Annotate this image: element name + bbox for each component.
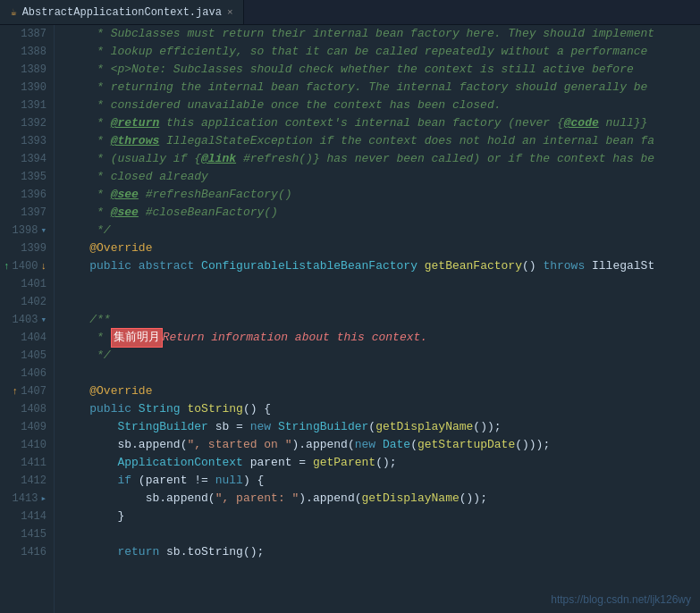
- code-line: * @return this application context's int…: [62, 114, 700, 132]
- code-token: @Override: [62, 239, 152, 257]
- code-token: ).append(: [292, 436, 355, 454]
- code-token: @code: [564, 114, 599, 132]
- code-area: * Subclasses must return their internal …: [55, 25, 700, 613]
- code-token: *: [62, 132, 111, 150]
- line-number-row: 1399: [4, 239, 46, 257]
- line-number-row: 1409: [4, 418, 46, 436]
- tab-bar: ☕ AbstractApplicationContext.java ×: [0, 0, 700, 25]
- code-token: public: [62, 400, 131, 418]
- code-line: * <p>Note: Subclasses should check wheth…: [62, 61, 700, 79]
- line-number-row: 1414: [4, 508, 46, 525]
- line-number-row: 1415: [4, 525, 46, 543]
- code-token: String: [139, 400, 181, 418]
- tab-close-button[interactable]: ×: [227, 7, 233, 18]
- code-token: (): [522, 257, 543, 275]
- active-tab[interactable]: ☕ AbstractApplicationContext.java ×: [0, 0, 244, 24]
- code-token: * returning the internal bean factory. T…: [62, 79, 647, 97]
- fold-icon[interactable]: ▾: [40, 311, 46, 329]
- line-number: 1415: [21, 525, 46, 543]
- code-line: @Override: [62, 382, 700, 400]
- line-number-row: 1389: [4, 61, 46, 79]
- code-token: throws: [543, 257, 585, 275]
- code-token: this application context's internal bean…: [159, 114, 563, 132]
- java-file-icon: ☕: [11, 6, 17, 18]
- line-number-row: 1396: [4, 186, 46, 204]
- code-token: @see: [111, 204, 139, 222]
- line-number: 1411: [21, 454, 46, 472]
- code-token: toString: [187, 400, 242, 418]
- code-token: (parent !=: [131, 472, 215, 490]
- line-number: 1397: [21, 204, 46, 222]
- code-token: [131, 400, 139, 418]
- line-number: 1405: [21, 347, 46, 365]
- gutter-marker-green: ↑: [4, 257, 10, 275]
- code-line: */: [62, 347, 700, 365]
- gutter-marker-orange: ↓: [40, 257, 46, 275]
- line-number-row: 1416: [4, 543, 46, 561]
- code-token: [271, 418, 278, 436]
- code-token: *: [62, 114, 111, 132]
- line-number: 1407: [21, 382, 46, 400]
- code-line: [62, 365, 700, 382]
- code-token: sb.append(: [62, 436, 187, 454]
- line-number: 1414: [21, 508, 46, 525]
- code-token: () {: [243, 400, 271, 418]
- code-token: new: [355, 436, 375, 454]
- line-number-row: 1411: [4, 454, 46, 472]
- line-number: 1410: [21, 436, 46, 454]
- gutter-marker-orange2: ↑: [13, 382, 19, 400]
- line-number: 1399: [21, 239, 46, 257]
- fold-icon[interactable]: ▾: [40, 222, 46, 239]
- code-token: new: [250, 418, 271, 436]
- code-token: StringBuilder: [117, 418, 207, 436]
- line-number: 1402: [21, 293, 46, 311]
- line-number: 1389: [21, 61, 46, 79]
- code-line: /**: [62, 311, 700, 329]
- code-token: @see: [111, 186, 139, 204]
- tab-title: AbstractApplicationContext.java: [22, 6, 222, 19]
- code-token: getStartupDate: [417, 436, 515, 454]
- line-number: 1416: [21, 543, 46, 561]
- line-number: 1400: [13, 257, 38, 275]
- code-token: getDisplayName: [362, 490, 460, 508]
- code-token: [181, 400, 188, 418]
- line-numbers: 1387138813891390139113921393139413951396…: [0, 25, 55, 613]
- line-number: 1401: [21, 275, 46, 293]
- code-line: * lookup efficiently, so that it can be …: [62, 43, 700, 61]
- line-number-row: 1392: [4, 114, 46, 132]
- code-line: * considered unavailable once the contex…: [62, 97, 700, 114]
- code-token: @Override: [62, 382, 152, 400]
- code-token: #refresh()} has never been called) or if…: [236, 150, 654, 168]
- code-token: ConfigurableListableBeanFactory: [201, 257, 417, 275]
- code-line: StringBuilder sb = new StringBuilder(get…: [62, 418, 700, 436]
- code-line: if (parent != null) {: [62, 472, 700, 490]
- code-token: ();: [375, 454, 396, 472]
- line-number: 1394: [21, 150, 46, 168]
- line-number-row: 1404: [4, 329, 46, 347]
- code-token: Date: [383, 436, 410, 454]
- line-number-row: 1393: [4, 132, 46, 150]
- code-token: Return information about this context.: [163, 329, 427, 347]
- code-token: * lookup efficiently, so that it can be …: [62, 43, 647, 61]
- code-line: @Override: [62, 239, 700, 257]
- line-number-row: 1397: [4, 204, 46, 222]
- line-number-row: 1391: [4, 97, 46, 114]
- watermark: https://blog.csdn.net/ljk126wy: [551, 593, 691, 606]
- code-line: * @see #refreshBeanFactory(): [62, 186, 700, 204]
- fold-icon2[interactable]: ▸: [40, 490, 46, 508]
- code-token: @link: [201, 150, 236, 168]
- line-number: 1393: [21, 132, 46, 150]
- code-token: if: [117, 472, 131, 490]
- code-token: getBeanFactory: [425, 257, 522, 275]
- code-token: IllegalSt: [585, 257, 654, 275]
- code-line: * returning the internal bean factory. T…: [62, 79, 700, 97]
- code-token: ());: [460, 490, 487, 508]
- line-number: 1396: [21, 186, 46, 204]
- code-line: return sb.toString();: [62, 543, 700, 561]
- line-number-row: 1398▾: [4, 222, 46, 239]
- code-line: [62, 293, 700, 311]
- line-number: 1395: [21, 168, 46, 186]
- code-token: (: [410, 436, 417, 454]
- code-line: sb.append(", started on ").append(new Da…: [62, 436, 700, 454]
- line-number: 1391: [21, 97, 46, 114]
